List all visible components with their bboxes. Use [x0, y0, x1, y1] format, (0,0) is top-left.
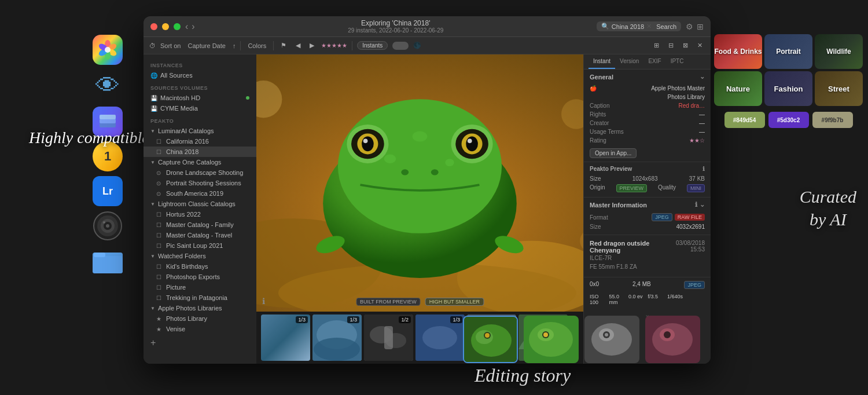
sidebar-item-cyme[interactable]: 💾 CYME Media: [144, 103, 256, 114]
svg-point-15: [103, 221, 105, 224]
svg-point-29: [362, 137, 374, 152]
version-thumb-3[interactable]: [584, 316, 639, 363]
kids-icon: ☐: [156, 264, 163, 270]
origin-value: PREVIEW: [616, 184, 648, 192]
version-thumb-2[interactable]: [524, 316, 579, 363]
version-thumbnails: [463, 316, 700, 363]
category-food[interactable]: Food & Drinks: [714, 34, 762, 69]
folder-app-icon[interactable]: [93, 248, 123, 273]
sidebar-item-captureone[interactable]: ▼ Capture One Catalogs: [144, 157, 256, 167]
separator-3: [352, 41, 352, 50]
sidebar-item-watched[interactable]: ▼ Watched Folders: [144, 251, 256, 261]
version-thumb-4[interactable]: [645, 316, 700, 363]
tab-iptc[interactable]: IPTC: [666, 54, 689, 69]
sidebar-item-hortus[interactable]: ☐ Hortus 2022: [144, 209, 256, 220]
settings-icon[interactable]: ⚙: [686, 22, 693, 31]
version-thumb-1[interactable]: [463, 316, 518, 363]
swatch-purple[interactable]: #5d30c2: [768, 112, 809, 128]
master-size-value: 4032x2691: [676, 224, 705, 230]
close-button[interactable]: [150, 23, 157, 30]
sidebar-item-portrait[interactable]: ⊙ Portrait Shooting Sessions: [144, 178, 256, 188]
swatch-tan[interactable]: #9f9b7b: [812, 112, 853, 128]
thumbnail-3[interactable]: 1/2: [364, 314, 413, 361]
sidebar-item-kids[interactable]: ☐ Kid's Birthdays: [144, 261, 256, 272]
thumbnail-1[interactable]: 1/3: [261, 314, 310, 361]
color-swatches: #849d54 #5d30c2 #9f9b7b: [712, 108, 865, 131]
thumbnail-4[interactable]: 1/3: [415, 314, 465, 361]
main-image-view[interactable]: BUILT FROM PREVIEW HIGH BUT SMALLER ℹ: [256, 54, 583, 312]
sidebar-item-luminarai[interactable]: ▼ LuminarAI Catalogs: [144, 126, 256, 136]
minimize-button[interactable]: [162, 23, 169, 30]
category-nature[interactable]: Nature: [714, 71, 762, 106]
south-america-icon: ⊙: [156, 191, 163, 197]
category-wildlife[interactable]: Wildlife: [815, 34, 863, 69]
coords-row: 0x0 2,4 MB JPEG: [584, 277, 711, 291]
swatch-green[interactable]: #849d54: [724, 112, 765, 128]
sidebar-item-china[interactable]: ☐ China 2018: [144, 147, 256, 157]
drone-icon: ⊙: [156, 170, 163, 176]
expand-icon: ▼: [150, 129, 155, 134]
close-panel-button[interactable]: ✕: [695, 41, 705, 50]
sidebar-item-macintosh[interactable]: 💾 Macintosh HD: [144, 93, 256, 103]
colors-button[interactable]: Colors: [245, 41, 269, 50]
sidebar-item-master-travel[interactable]: ☐ Master Catalog - Travel: [144, 230, 256, 240]
sidebar-item-trekking[interactable]: ☐ Trekking in Patagonia: [144, 292, 256, 303]
open-in-app-row: Open in App...: [590, 148, 705, 158]
search-bar[interactable]: 🔍 China 2018 ✕ Search: [597, 21, 681, 31]
general-collapse[interactable]: ⌄: [700, 73, 705, 81]
sidebar-item-master-family[interactable]: ☐ Master Catalog - Family: [144, 220, 256, 230]
prev-button[interactable]: ◀: [293, 41, 303, 50]
capture-date-button[interactable]: Capture Date: [185, 41, 227, 50]
thumbnail-2[interactable]: 1/3: [312, 314, 362, 361]
sidebar-item-photoshop[interactable]: ☐ Photoshop Exports: [144, 272, 256, 282]
maximize-button[interactable]: [174, 23, 181, 30]
list-view-button[interactable]: ⊟: [666, 41, 676, 50]
svg-point-49: [314, 338, 360, 361]
aperture-value: f/3.5: [648, 294, 667, 305]
detail-view-button[interactable]: ⊠: [681, 41, 690, 50]
sidebar-item-apple-photos[interactable]: ▼ Apple Photos Libraries: [144, 303, 256, 313]
tab-version[interactable]: Version: [615, 54, 643, 69]
add-source-button[interactable]: +: [144, 334, 256, 352]
frog-image-svg: [256, 54, 583, 312]
sidebar-item-pic-saint[interactable]: ☐ Pic Saint Loup 2021: [144, 240, 256, 251]
forward-button[interactable]: ›: [192, 21, 194, 32]
sidebar-item-drone[interactable]: ⊙ Drone Landscape Shooting: [144, 167, 256, 178]
grid-view-button[interactable]: ⊞: [652, 41, 661, 50]
category-fashion[interactable]: Fashion: [764, 71, 812, 106]
info-icon[interactable]: ℹ: [262, 297, 265, 306]
category-portrait[interactable]: Portrait: [764, 34, 812, 69]
sidebar-item-venise[interactable]: ★ Venise: [144, 324, 256, 334]
moon-icon: 🌑: [413, 42, 421, 49]
flag-button[interactable]: ⚑: [278, 41, 289, 50]
category-street[interactable]: Street: [815, 71, 863, 106]
instants-toggle[interactable]: [392, 42, 409, 50]
sidebar-item-lightroom[interactable]: ▼ Lightroom Classic Catalogs: [144, 199, 256, 209]
source-icon: 🍎: [590, 85, 597, 92]
tab-instant[interactable]: Instant: [589, 54, 615, 69]
open-in-app-button[interactable]: Open in App...: [590, 148, 637, 158]
svg-point-73: [605, 333, 608, 337]
sidebar-item-photos-library[interactable]: ★ Photos Library: [144, 313, 256, 324]
sidebar-item-california[interactable]: ☐ California 2016: [144, 136, 256, 147]
lrc-app-icon[interactable]: Lr: [93, 176, 123, 206]
search-clear[interactable]: ✕: [646, 23, 652, 30]
sidebar-toggle-icon[interactable]: ⊞: [697, 22, 704, 31]
master-family-icon: ☐: [156, 222, 163, 228]
rating-value: ★★☆: [689, 137, 705, 144]
size-label: Size: [590, 175, 601, 182]
lens-app-icon[interactable]: [93, 211, 123, 241]
info-icon-3: ℹ: [695, 201, 697, 209]
eye-app-icon[interactable]: 👁: [95, 72, 120, 100]
svg-point-70: [591, 323, 632, 356]
source-row: 🍎 Apple Photos Master: [590, 84, 705, 93]
next-button[interactable]: ▶: [307, 41, 317, 50]
svg-rect-9: [100, 115, 116, 119]
sidebar-item-picture[interactable]: ☐ Picture: [144, 282, 256, 292]
tab-exif[interactable]: EXIF: [643, 54, 665, 69]
sidebar-item-all-sources[interactable]: 🌐 All Sources: [144, 70, 256, 81]
back-button[interactable]: ‹: [185, 21, 188, 32]
creator-row: Creator —: [590, 119, 705, 127]
sidebar-item-south-america[interactable]: ⊙ South America 2019: [144, 188, 256, 199]
photos-app-icon[interactable]: [93, 35, 123, 65]
